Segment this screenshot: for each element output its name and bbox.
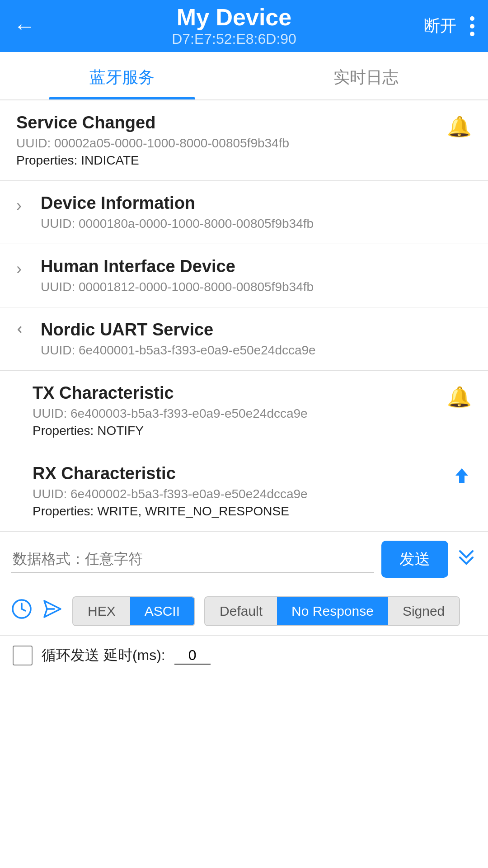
characteristic-name: RX Characteristic (33, 464, 308, 483)
header: ← My Device D7:E7:52:E8:6D:90 断开 (0, 0, 488, 52)
characteristic-properties: Properties: WRITE, WRITE_NO_RESPONSE (33, 504, 308, 519)
history-icon[interactable] (11, 598, 33, 624)
service-uuid: UUID: 6e400001-b5a3-f393-e0a9-e50e24dcca… (41, 343, 316, 358)
svg-marker-0 (455, 468, 468, 483)
service-info: Nordic UART Service UUID: 6e400001-b5a3-… (41, 320, 316, 358)
more-menu-button[interactable] (470, 16, 474, 36)
rx-upload-icon[interactable] (452, 464, 472, 490)
chevron-down-icon: ⌄ (14, 323, 35, 339)
characteristic-row: TX Characteristic UUID: 6e400003-b5a3-f3… (33, 383, 472, 438)
service-info: Human Interface Device UUID: 00001812-00… (41, 257, 314, 294)
service-item-nordic-uart[interactable]: ⌄ Nordic UART Service UUID: 6e400001-b5a… (0, 307, 488, 371)
service-name: Human Interface Device (41, 257, 314, 276)
more-dot-1 (470, 16, 474, 21)
service-row: › Human Interface Device UUID: 00001812-… (16, 257, 472, 294)
service-row-left: ⌄ Nordic UART Service UUID: 6e400001-b5a… (16, 320, 472, 358)
characteristic-item-rx: RX Characteristic UUID: 6e400002-b5a3-f3… (0, 451, 488, 532)
signed-response-button[interactable]: Signed (388, 597, 459, 625)
service-row: Service Changed UUID: 00002a05-0000-1000… (16, 113, 472, 168)
service-name: Service Changed (16, 113, 289, 132)
loop-send-row: 循环发送 延时(ms): (0, 636, 488, 675)
characteristic-info: RX Characteristic UUID: 6e400002-b5a3-f3… (33, 464, 308, 519)
ascii-format-button[interactable]: ASCII (130, 597, 194, 625)
service-uuid: UUID: 00002a05-0000-1000-8000-00805f9b34… (16, 136, 289, 151)
service-uuid: UUID: 0000180a-0000-1000-8000-00805f9b34… (41, 217, 314, 231)
loop-send-checkbox[interactable] (13, 646, 33, 665)
header-actions: 断开 (424, 15, 474, 37)
send-icon[interactable] (42, 598, 63, 624)
service-info: Service Changed UUID: 00002a05-0000-1000… (16, 113, 289, 168)
characteristic-item-tx: TX Characteristic UUID: 6e400003-b5a3-f3… (0, 371, 488, 451)
tab-bluetooth[interactable]: 蓝牙服务 (0, 52, 244, 99)
format-btn-group: HEX ASCII (72, 596, 195, 626)
disconnect-button[interactable]: 断开 (424, 15, 456, 37)
page-title: My Device (44, 5, 424, 30)
service-row-left: › Device Information UUID: 0000180a-0000… (16, 193, 472, 231)
service-row: › Device Information UUID: 0000180a-0000… (16, 193, 472, 231)
no-response-button[interactable]: No Response (277, 597, 388, 625)
header-title-group: My Device D7:E7:52:E8:6D:90 (44, 5, 424, 47)
service-properties: Properties: INDICATE (16, 153, 289, 168)
service-info: Device Information UUID: 0000180a-0000-1… (41, 193, 314, 231)
bottom-toolbar: HEX ASCII Default No Response Signed (0, 587, 488, 636)
characteristic-name: TX Characteristic (33, 383, 308, 403)
loop-send-label: 循环发送 延时(ms): (42, 646, 165, 665)
default-response-button[interactable]: Default (205, 597, 277, 625)
service-name: Nordic UART Service (41, 320, 316, 340)
hex-format-button[interactable]: HEX (73, 597, 130, 625)
back-button[interactable]: ← (14, 14, 35, 38)
input-bar: 发送 (0, 532, 488, 587)
chevron-right-icon: › (16, 257, 33, 278)
characteristic-uuid: UUID: 6e400003-b5a3-f393-e0a9-e50e24dcca… (33, 406, 308, 421)
chevron-right-icon: › (16, 193, 33, 215)
service-row: ⌄ Nordic UART Service UUID: 6e400001-b5a… (16, 320, 472, 358)
characteristic-uuid: UUID: 6e400002-b5a3-f393-e0a9-e50e24dcca… (33, 487, 308, 501)
service-name: Device Information (41, 193, 314, 213)
service-item-device-information[interactable]: › Device Information UUID: 0000180a-0000… (0, 181, 488, 244)
service-uuid: UUID: 00001812-0000-1000-8000-00805f9b34… (41, 280, 314, 294)
characteristic-info: TX Characteristic UUID: 6e400003-b5a3-f3… (33, 383, 308, 438)
expand-input-button[interactable] (455, 547, 477, 572)
message-input[interactable] (11, 546, 374, 573)
delay-input[interactable] (174, 647, 211, 665)
service-row-left: › Human Interface Device UUID: 00001812-… (16, 257, 472, 294)
more-dot-2 (470, 24, 474, 28)
service-list: Service Changed UUID: 00002a05-0000-1000… (0, 100, 488, 532)
tabs-bar: 蓝牙服务 实时日志 (0, 52, 488, 100)
service-item-service-changed: Service Changed UUID: 00002a05-0000-1000… (0, 100, 488, 181)
service-item-human-interface[interactable]: › Human Interface Device UUID: 00001812-… (0, 244, 488, 307)
send-button[interactable]: 发送 (381, 541, 448, 578)
characteristic-properties: Properties: NOTIFY (33, 424, 308, 438)
response-btn-group: Default No Response Signed (204, 596, 460, 626)
device-address: D7:E7:52:E8:6D:90 (44, 31, 424, 47)
tab-realtime-log[interactable]: 实时日志 (244, 52, 488, 99)
characteristic-row: RX Characteristic UUID: 6e400002-b5a3-f3… (33, 464, 472, 519)
more-dot-3 (470, 32, 474, 36)
notify-bell-icon[interactable]: 🔔 (447, 113, 472, 138)
tx-notify-bell-icon[interactable]: 🔔 (447, 383, 472, 409)
